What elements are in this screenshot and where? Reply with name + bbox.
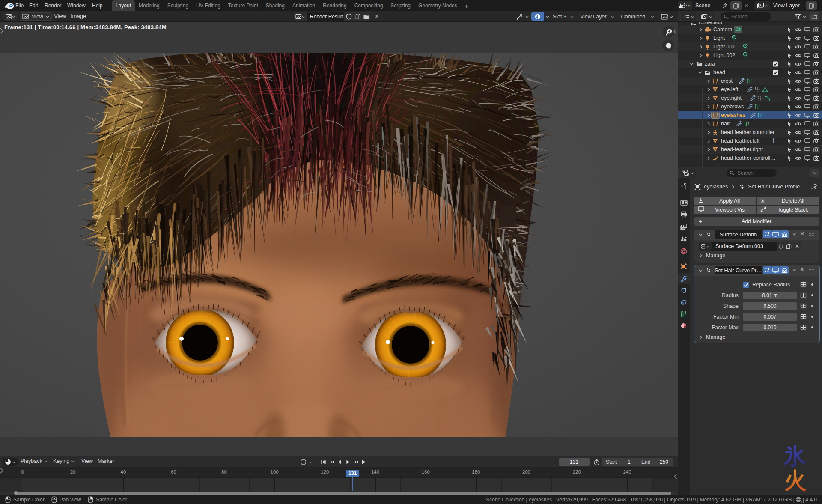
svg-text:9: 9 [801, 500, 802, 503]
